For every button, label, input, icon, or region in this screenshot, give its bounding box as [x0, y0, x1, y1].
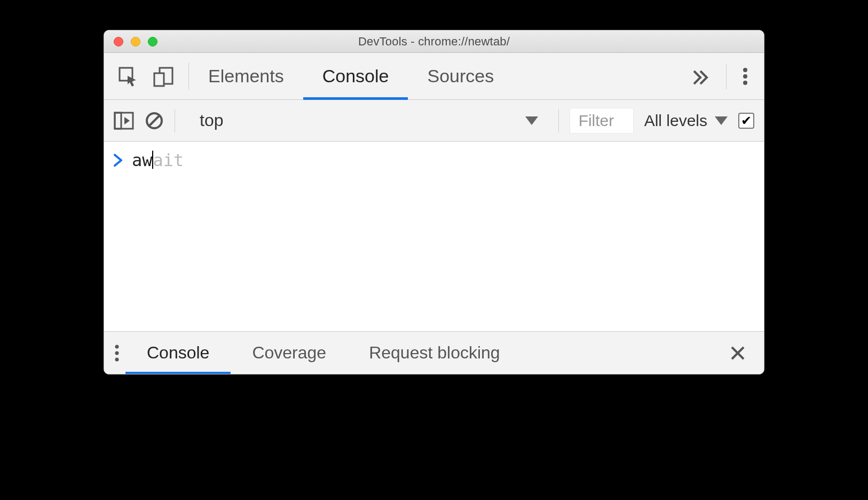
svg-point-3	[743, 68, 747, 72]
console-body[interactable]: await	[104, 142, 764, 331]
dropdown-caret-icon	[715, 116, 728, 125]
console-toolbar: top Filter All levels ✔	[104, 100, 764, 142]
svg-point-5	[743, 81, 747, 85]
svg-rect-2	[154, 73, 164, 86]
divider	[558, 109, 559, 132]
titlebar[interactable]: DevTools - chrome://newtab/	[104, 30, 764, 53]
minimize-window-button[interactable]	[131, 37, 140, 46]
drawer-tab-console[interactable]: Console	[125, 332, 231, 374]
filter-input[interactable]: Filter	[570, 108, 634, 134]
drawer-kebab-menu-icon[interactable]	[114, 343, 125, 363]
traffic-lights	[104, 37, 157, 46]
inspect-element-icon[interactable]	[117, 65, 139, 88]
zoom-window-button[interactable]	[148, 37, 157, 46]
drawer: Console Coverage Request blocking	[104, 331, 764, 374]
tab-label: Coverage	[252, 343, 326, 363]
tab-label: Console	[147, 343, 209, 363]
drawer-tab-coverage[interactable]: Coverage	[231, 332, 348, 374]
divider	[726, 64, 727, 89]
tab-elements[interactable]: Elements	[189, 53, 303, 99]
svg-rect-7	[115, 113, 121, 129]
tabbar-left-tools	[104, 53, 188, 99]
console-input[interactable]: await	[132, 150, 184, 170]
close-drawer-icon[interactable]	[730, 345, 746, 361]
execution-context-selector[interactable]: top	[186, 111, 548, 130]
main-tabbar: Elements Console Sources	[104, 53, 764, 100]
dropdown-caret-icon	[525, 116, 538, 125]
device-toolbar-icon[interactable]	[152, 65, 176, 88]
group-similar-checkbox[interactable]: ✔	[738, 113, 754, 129]
console-prompt-row: await	[114, 150, 754, 170]
svg-point-12	[115, 357, 119, 361]
more-tabs-icon[interactable]	[690, 66, 711, 87]
filter-placeholder: Filter	[579, 112, 614, 129]
close-window-button[interactable]	[114, 37, 123, 46]
tab-label: Request blocking	[369, 343, 500, 363]
autocomplete-ghost: ait	[153, 150, 184, 170]
tab-label: Sources	[427, 66, 494, 87]
clear-console-icon[interactable]	[145, 111, 164, 130]
log-levels-selector[interactable]: All levels	[644, 112, 728, 130]
window-title: DevTools - chrome://newtab/	[104, 35, 764, 49]
context-name: top	[195, 111, 517, 130]
drawer-tab-request-blocking[interactable]: Request blocking	[348, 332, 521, 374]
svg-point-11	[115, 351, 119, 355]
main-tabs: Elements Console Sources	[189, 53, 675, 99]
typed-text: aw	[132, 150, 153, 170]
svg-rect-6	[115, 113, 133, 129]
tab-label: Elements	[208, 66, 284, 87]
divider	[175, 109, 175, 132]
svg-point-4	[743, 74, 747, 79]
tab-sources[interactable]: Sources	[408, 53, 513, 99]
tabbar-right-tools	[675, 53, 764, 99]
kebab-menu-icon[interactable]	[741, 66, 749, 87]
tab-console[interactable]: Console	[303, 53, 408, 99]
levels-label: All levels	[644, 112, 707, 130]
devtools-window: DevTools - chrome://newtab/ Elements	[104, 30, 764, 374]
svg-line-9	[149, 115, 160, 126]
prompt-caret-icon	[114, 154, 123, 167]
show-sidebar-icon[interactable]	[114, 112, 134, 130]
drawer-right	[721, 332, 754, 374]
tab-label: Console	[322, 66, 389, 87]
svg-point-10	[115, 345, 119, 348]
